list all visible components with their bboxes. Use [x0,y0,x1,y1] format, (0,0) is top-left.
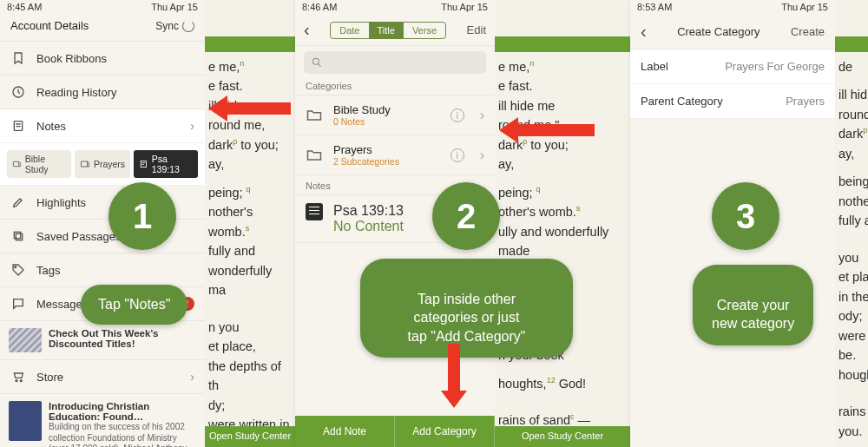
svg-point-5 [15,266,16,268]
chip-bible-study[interactable]: Bible Study [7,150,71,178]
back-button[interactable]: ‹ [304,20,310,40]
copy-icon [10,228,26,244]
chevron-right-icon: › [190,119,194,133]
folder-icon [306,107,323,124]
account-header[interactable]: Account Details [10,19,89,32]
label-value: Prayers For George [725,60,825,73]
reader-strip-3: deill hidrounddarkpay,being;notherfully … [835,0,868,447]
status-day: Thu Apr 15 [441,2,488,15]
book-thumb-icon [9,401,42,441]
tag-icon [10,262,26,278]
reader-strip-1: e me,ne fast.ill hide meround me,darkp t… [205,0,295,447]
status-day: Thu Apr 15 [781,2,828,15]
bookmark-icon [10,50,26,66]
parent-category-field[interactable]: Parent Category Prayers [630,84,835,119]
footer-actions: Add Note Add Category [295,416,495,447]
chevron-right-icon: › [190,370,194,384]
parent-value: Prayers [786,95,825,108]
sync-icon [182,20,194,32]
info-icon[interactable]: i [450,108,464,122]
callout-3: Create your new category [693,265,813,345]
step-circle-1: 1 [108,182,176,250]
category-bible-study[interactable]: Bible Study 0 Notes i › [295,95,495,135]
chevron-right-icon: › [480,108,484,123]
chat-icon [10,296,26,312]
sidebar-item-tags[interactable]: Tags [0,253,205,287]
open-study-center-button[interactable]: Open Study Center [495,426,630,447]
sidebar-item-book-ribbons[interactable]: Book Ribbons [0,42,205,76]
status-time: 8:46 AM [302,2,337,15]
open-study-center-button[interactable]: Open Study Center [205,426,295,447]
svg-rect-4 [14,232,20,238]
note-icon [306,203,323,220]
step-circle-2: 2 [432,182,500,250]
promo-book[interactable]: Introducing Christian Education: Found… … [0,394,205,447]
sidebar-item-notes[interactable]: Notes › [0,109,205,143]
status-bar: 8:46 AM Thu Apr 15 [295,0,495,15]
promo-thumb-icon [9,328,42,352]
category-prayers[interactable]: Prayers 2 Subcategories i › [295,135,495,175]
note-category-chips: Bible Study Prayers Psa 139:13 [0,143,205,186]
chip-prayers[interactable]: Prayers [75,150,130,178]
sidebar-item-store[interactable]: Store › [0,360,205,394]
status-time: 8:53 AM [637,2,672,15]
status-day: Thu Apr 15 [151,2,198,12]
cart-icon [10,369,26,385]
info-icon[interactable]: i [450,148,464,162]
search-icon [311,56,323,69]
create-button[interactable]: Create [791,25,825,38]
chip-psa[interactable]: Psa 139:13 [134,150,198,178]
sidebar-item-reading-history[interactable]: Reading History [0,76,205,109]
status-bar: 8:45 AM Thu Apr 15 [0,0,205,12]
svg-point-7 [20,380,22,382]
section-categories: Categories [295,76,495,95]
svg-point-6 [16,380,17,382]
search-input[interactable] [304,51,486,74]
sync-button[interactable]: Sync [155,20,194,32]
promo-discounted[interactable]: Check Out This Week's Discounted Titles! [0,321,205,360]
sync-label: Sync [155,20,179,32]
arrow-to-prayers [499,117,595,143]
clock-icon [10,84,26,100]
reader-strip-2: e me,ne fast.ill hide meround me,"darkp … [495,0,630,447]
status-bar: 8:53 AM Thu Apr 15 [630,0,835,15]
chevron-right-icon: › [480,148,484,163]
folder-icon [306,147,323,164]
label-field[interactable]: Label Prayers For George [630,49,835,84]
page-title: Create Category [677,25,760,38]
segment-date[interactable]: Date [331,23,368,38]
note-icon [10,118,26,134]
arrow-to-add-category [441,344,467,408]
status-time: 8:45 AM [7,2,42,12]
sort-segment-control[interactable]: Date Title Verse [330,22,446,39]
add-note-button[interactable]: Add Note [295,416,395,447]
edit-button[interactable]: Edit [467,23,486,36]
arrow-to-notes [208,95,291,122]
add-category-button[interactable]: Add Category [395,416,495,447]
svg-rect-3 [16,233,22,240]
callout-1: Tap "Notes" [81,285,187,325]
back-button[interactable]: ‹ [641,22,647,42]
highlighter-icon [10,194,26,210]
segment-title[interactable]: Title [369,23,404,38]
svg-point-8 [312,58,319,64]
segment-verse[interactable]: Verse [404,23,445,38]
step-circle-3: 3 [712,182,779,250]
